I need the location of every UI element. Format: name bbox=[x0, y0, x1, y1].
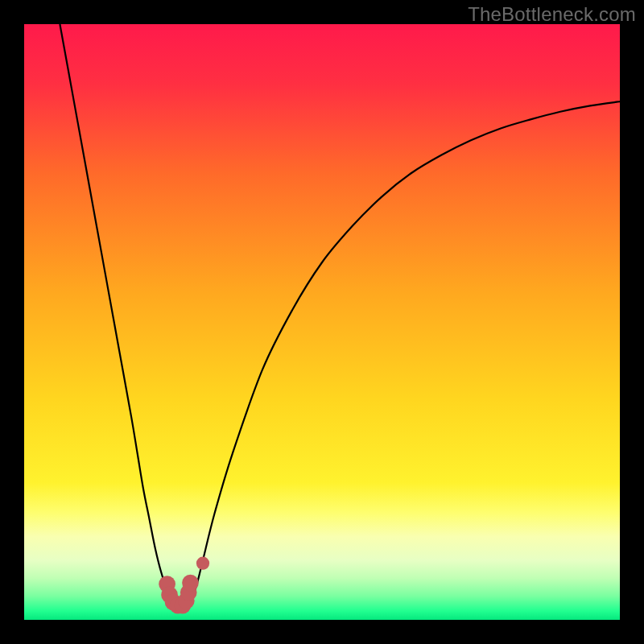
plot-area bbox=[24, 24, 620, 620]
chart-root: TheBottleneck.com bbox=[0, 0, 644, 644]
watermark-label: TheBottleneck.com bbox=[468, 3, 636, 26]
curve-layer bbox=[24, 24, 620, 620]
valley-marker-cluster bbox=[159, 557, 209, 614]
series-right-branch bbox=[191, 101, 620, 602]
valley-dot bbox=[182, 575, 199, 592]
series-left-branch bbox=[60, 24, 173, 602]
valley-dot bbox=[196, 557, 209, 570]
